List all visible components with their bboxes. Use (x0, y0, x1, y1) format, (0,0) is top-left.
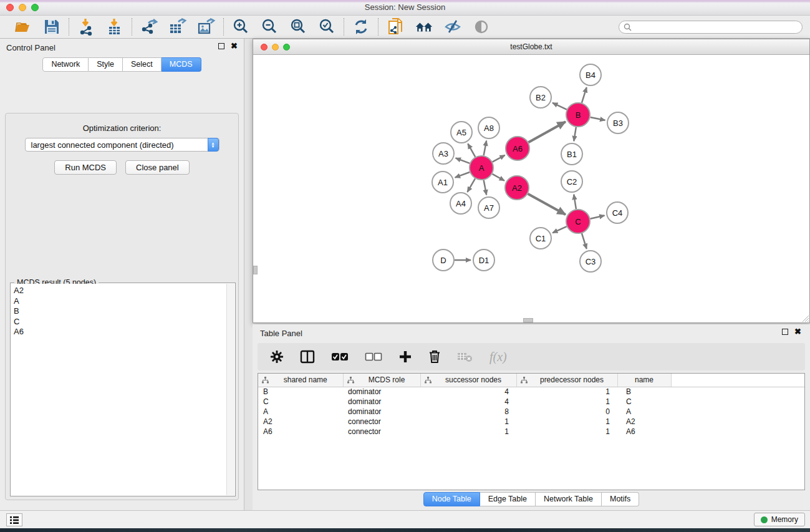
window-resize-grip[interactable] (801, 314, 809, 322)
task-history-button[interactable] (6, 513, 22, 526)
network-vertical-scrollbar[interactable] (253, 266, 258, 274)
result-item[interactable]: A2 (14, 286, 226, 296)
table-row[interactable]: A2connector11A2 (258, 417, 804, 427)
node-A2[interactable]: A2 (505, 176, 529, 200)
node-A[interactable]: A (470, 156, 493, 180)
import-network-icon[interactable] (77, 17, 95, 36)
tab-network-table[interactable]: Network Table (536, 492, 602, 506)
node-A4[interactable]: A4 (450, 193, 471, 214)
network-horizontal-scrollbar[interactable] (523, 318, 533, 322)
search-input[interactable] (619, 21, 803, 34)
table-row[interactable]: Cdominator41C (258, 397, 804, 407)
close-panel-button[interactable]: Close panel (125, 160, 190, 175)
column-header-shared-name[interactable]: shared name (258, 374, 343, 387)
search-icon (624, 23, 632, 31)
tab-network[interactable]: Network (42, 57, 89, 72)
column-header-MCDS-role[interactable]: MCDS role (343, 374, 420, 387)
svg-text:A5: A5 (456, 128, 466, 137)
export-image-icon[interactable] (197, 17, 216, 36)
node-C4[interactable]: C4 (607, 202, 628, 223)
column-header-successor-nodes[interactable]: successor nodes (420, 374, 516, 387)
deselect-all-icon[interactable] (365, 352, 382, 361)
show-all-icon[interactable] (472, 17, 491, 36)
node-A8[interactable]: A8 (478, 117, 499, 138)
svg-text:C4: C4 (612, 208, 623, 218)
column-header-name[interactable]: name (617, 374, 671, 387)
node-B2[interactable]: B2 (530, 87, 551, 108)
zoom-in-icon[interactable] (231, 17, 250, 36)
network-canvas[interactable]: B4B2BB3A8A5A6A3B1AA1C2A2A4A7C4CC1DD1C3 (253, 55, 809, 322)
svg-text:C1: C1 (536, 234, 546, 243)
tab-style[interactable]: Style (89, 57, 123, 72)
node-B1[interactable]: B1 (561, 143, 582, 165)
node-B3[interactable]: B3 (607, 112, 629, 133)
tab-motifs[interactable]: Motifs (602, 492, 639, 506)
result-item[interactable]: A6 (14, 327, 226, 337)
network-from-selection-icon[interactable] (386, 17, 405, 36)
edge-A-A7 (484, 180, 486, 195)
node-A3[interactable]: A3 (433, 143, 454, 164)
table-row[interactable]: Bdominator41B (258, 387, 804, 397)
add-column-icon[interactable] (398, 350, 412, 364)
result-scrollbar[interactable] (226, 284, 234, 495)
node-A5[interactable]: A5 (451, 122, 472, 143)
first-neighbors-icon[interactable] (415, 17, 433, 36)
export-network-icon[interactable] (140, 17, 158, 36)
zoom-out-icon[interactable] (260, 17, 279, 36)
tab-node-table[interactable]: Node Table (423, 492, 480, 506)
split-columns-icon[interactable] (300, 350, 315, 364)
run-mcds-button[interactable]: Run MCDS (54, 160, 117, 175)
optimization-criterion-select[interactable]: largest connected component (directed) ▲… (25, 138, 219, 152)
function-builder-icon[interactable]: f(x) (489, 350, 507, 364)
result-item[interactable]: A (14, 296, 226, 307)
edge-A6-B (528, 122, 565, 142)
gear-icon[interactable] (270, 350, 284, 364)
edge-C-C2 (574, 195, 576, 209)
mcds-result-list[interactable]: A2ABCA6 (11, 284, 226, 495)
node-B4[interactable]: B4 (580, 64, 601, 85)
column-filler (671, 374, 804, 387)
table-panel-title: Table Panel (260, 329, 302, 338)
node-A1[interactable]: A1 (432, 172, 453, 193)
delete-column-icon[interactable] (428, 350, 441, 364)
table-row[interactable]: Adominator80A (258, 407, 804, 417)
tab-select[interactable]: Select (123, 57, 162, 72)
memory-button[interactable]: Memory (754, 513, 805, 526)
edge-A-A2 (492, 174, 504, 181)
tab-edge-table[interactable]: Edge Table (480, 492, 536, 506)
svg-text:B1: B1 (567, 150, 577, 159)
close-panel-icon[interactable]: ✖ (231, 43, 238, 49)
close-table-panel-icon[interactable]: ✖ (794, 329, 801, 335)
node-A7[interactable]: A7 (478, 197, 499, 218)
save-session-icon[interactable] (42, 17, 61, 36)
node-C3[interactable]: C3 (580, 251, 601, 272)
node-C2[interactable]: C2 (561, 171, 582, 192)
node-A6[interactable]: A6 (506, 137, 529, 160)
result-item[interactable]: B (14, 306, 226, 317)
svg-text:B2: B2 (536, 93, 546, 102)
node-D1[interactable]: D1 (473, 249, 494, 271)
export-table-icon[interactable] (168, 17, 187, 36)
zoom-selected-icon[interactable] (317, 17, 336, 36)
refresh-layout-icon[interactable] (352, 17, 370, 36)
hide-selection-icon[interactable] (443, 17, 462, 36)
svg-text:A: A (479, 163, 485, 173)
select-all-icon[interactable] (331, 352, 349, 361)
network-view-window: testGlobe.txt B4B2BB3A8A5A6A3B1AA1C2A2A4… (253, 39, 810, 323)
float-table-panel-icon[interactable] (782, 329, 788, 335)
zoom-fit-icon[interactable] (289, 17, 307, 36)
open-file-icon[interactable] (14, 17, 32, 36)
svg-text:D1: D1 (479, 256, 489, 265)
tab-mcds[interactable]: MCDS (162, 57, 201, 72)
node-D[interactable]: D (433, 249, 454, 271)
delete-table-icon[interactable] (457, 351, 473, 362)
network-window-titlebar[interactable]: testGlobe.txt (253, 39, 809, 55)
column-header-predecessor-nodes[interactable]: predecessor nodes (516, 374, 617, 387)
node-C[interactable]: C (566, 210, 590, 233)
result-item[interactable]: C (14, 317, 226, 327)
table-row[interactable]: A6connector11A6 (258, 427, 804, 437)
node-C1[interactable]: C1 (530, 228, 551, 249)
import-table-icon[interactable] (105, 17, 124, 36)
node-B[interactable]: B (566, 103, 590, 127)
float-panel-icon[interactable] (218, 43, 224, 49)
